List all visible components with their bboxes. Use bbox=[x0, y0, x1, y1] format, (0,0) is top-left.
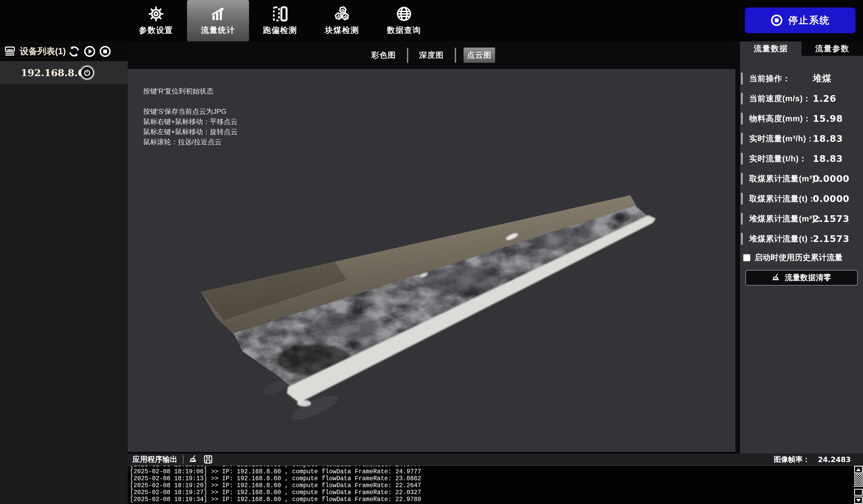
panel-divider bbox=[735, 41, 740, 454]
log-line: [2025-02-08 18:19:13] >> IP: 192.168.8.6… bbox=[130, 475, 863, 482]
instruction-line: 按键'S'保存当前点云为JPG bbox=[143, 106, 238, 116]
history-flow-checkbox-row[interactable]: 启动时使用历史累计流量 bbox=[743, 252, 863, 263]
flow-row-reclaim-total-m3: 取煤累计流量(m³)： 0.0000 bbox=[740, 172, 863, 185]
view-mode-tabs: 彩色图 深度图 点云图 bbox=[128, 41, 735, 69]
scrollbar-thumb[interactable] bbox=[854, 474, 863, 487]
row-accent-bar bbox=[741, 133, 743, 144]
toolbar-item-param-settings[interactable]: 参数设置 bbox=[125, 0, 187, 41]
log-header-divider bbox=[183, 455, 184, 464]
save-log-floppy-icon[interactable] bbox=[203, 455, 213, 464]
device-row[interactable]: 192.168.8.60 bbox=[0, 61, 128, 84]
stop-system-button[interactable]: 停止系统 bbox=[745, 8, 855, 33]
device-list-header: 设备列表(1) bbox=[0, 41, 128, 61]
row-accent-bar bbox=[741, 73, 743, 85]
image-frame-rate-label: 图像帧率： bbox=[774, 455, 810, 464]
toolbar-item-label: 参数设置 bbox=[139, 25, 173, 36]
image-frame-rate-value: 24.2483 bbox=[818, 455, 851, 464]
log-line-partial: [2025-02-08 18:19:06] >> IP: 192.168.8.6… bbox=[130, 466, 863, 468]
tab-point-cloud[interactable]: 点云图 bbox=[464, 48, 495, 63]
flow-row-stack-total-t: 堆煤累计流量(t)： 2.1573 bbox=[740, 232, 863, 245]
toolbar-item-data-query[interactable]: 数据查询 bbox=[373, 0, 435, 41]
point-cloud-viewport[interactable]: 按键'R'复位到初始状态 按键'S'保存当前点云为JPG 鼠标右键+鼠标移动：平… bbox=[128, 69, 735, 452]
brush-icon bbox=[772, 273, 781, 282]
stop-circle-outline-icon[interactable] bbox=[99, 46, 111, 58]
toolbar-item-label: 数据查询 bbox=[387, 25, 421, 36]
stop-system-label: 停止系统 bbox=[788, 14, 830, 27]
history-flow-checkbox[interactable] bbox=[743, 254, 750, 261]
log-line: [2025-02-08 18:19:06] >> IP: 192.168.8.6… bbox=[130, 468, 863, 475]
instruction-line: 鼠标滚轮：拉远/拉近点云 bbox=[143, 137, 238, 147]
toolbar-item-label: 块煤检测 bbox=[325, 25, 359, 36]
clear-flow-data-label: 流量数据清零 bbox=[785, 273, 831, 283]
coal-lumps-icon bbox=[334, 5, 350, 22]
device-sidebar: 设备列表(1) 192.168.8.60 bbox=[0, 41, 128, 504]
row-accent-bar bbox=[741, 93, 743, 104]
row-accent-bar bbox=[741, 233, 743, 245]
viewport-instructions: 按键'R'复位到初始状态 按键'S'保存当前点云为JPG 鼠标右键+鼠标移动：平… bbox=[143, 86, 238, 147]
log-line: [2025-02-08 18:19:34] >> IP: 192.168.8.6… bbox=[130, 496, 863, 503]
row-accent-bar bbox=[741, 213, 743, 225]
log-line: [2025-02-08 18:19:20] >> IP: 192.168.8.6… bbox=[130, 482, 863, 489]
clear-log-brush-icon[interactable] bbox=[189, 455, 199, 464]
device-power-button[interactable] bbox=[80, 66, 94, 79]
scrollbar-track-box[interactable] bbox=[854, 489, 863, 496]
top-toolbar: 参数设置 流量统计 bbox=[0, 0, 863, 41]
toolbar-item-coal-lump-detection[interactable]: 块煤检测 bbox=[311, 0, 373, 41]
history-flow-checkbox-label: 启动时使用历史累计流量 bbox=[754, 252, 843, 263]
row-accent-bar bbox=[741, 173, 743, 185]
up-arrow-icon bbox=[856, 468, 861, 471]
row-accent-bar bbox=[741, 153, 743, 165]
instruction-line: 鼠标右键+鼠标移动：平移点云 bbox=[143, 116, 238, 127]
toolbar-item-label: 跑偏检测 bbox=[263, 25, 297, 36]
power-icon bbox=[83, 69, 91, 76]
refresh-icon[interactable] bbox=[68, 46, 80, 58]
tab-divider bbox=[407, 48, 408, 63]
log-output[interactable]: [2025-02-08 18:19:06] >> IP: 192.168.8.6… bbox=[128, 466, 863, 503]
down-arrow-icon bbox=[856, 499, 861, 502]
flow-panel-tabs: 流量数据 流量参数 bbox=[740, 41, 863, 56]
flow-row-stack-total-m3: 堆煤累计流量(m³)： 2.1573 bbox=[740, 212, 863, 225]
play-circle-icon[interactable] bbox=[84, 46, 96, 58]
toolbar-item-deviation-detection[interactable]: 跑偏检测 bbox=[249, 0, 311, 41]
log-header: 应用程序输出 图像帧率： 24.2483 bbox=[128, 454, 863, 466]
app-window: 参数设置 流量统计 bbox=[0, 0, 863, 504]
device-list-title: 设备列表(1) bbox=[20, 46, 66, 58]
application-output-panel: 应用程序输出 图像帧率： 24.2483 [2025- bbox=[128, 454, 863, 504]
tab-color-image[interactable]: 彩色图 bbox=[368, 48, 399, 63]
tab-divider bbox=[455, 48, 456, 63]
globe-icon bbox=[396, 5, 412, 22]
flow-row-current-speed: 当前速度(m/s)： 1.26 bbox=[740, 92, 863, 105]
scroll-down-button[interactable] bbox=[854, 496, 863, 504]
tab-flow-data[interactable]: 流量数据 bbox=[740, 41, 802, 56]
clear-flow-data-button[interactable]: 流量数据清零 bbox=[746, 270, 858, 286]
tab-depth-image[interactable]: 深度图 bbox=[416, 48, 447, 63]
tab-flow-params[interactable]: 流量参数 bbox=[802, 41, 863, 56]
device-list-icon bbox=[4, 46, 15, 57]
stop-circle-icon bbox=[771, 14, 783, 26]
instruction-line: 鼠标左键+鼠标移动：旋转点云 bbox=[143, 127, 238, 137]
log-line: [2025-02-08 18:19:27] >> IP: 192.168.8.6… bbox=[130, 489, 863, 496]
log-scrollbar[interactable] bbox=[854, 466, 863, 504]
toolbar-items: 参数设置 流量统计 bbox=[125, 0, 435, 41]
flow-row-realtime-flow-m3: 实时流量(m³/h)： 18.83 bbox=[740, 132, 863, 145]
gear-icon bbox=[148, 5, 164, 22]
flow-rows: 当前操作： 堆煤 当前速度(m/s)： 1.26 物料高度(mm)： 15.98… bbox=[740, 56, 863, 245]
scroll-up-button[interactable] bbox=[854, 466, 863, 473]
belt-deviation-icon bbox=[272, 5, 288, 22]
row-accent-bar bbox=[741, 113, 743, 125]
flow-row-current-operation: 当前操作： 堆煤 bbox=[740, 72, 863, 85]
toolbar-item-flow-statistics[interactable]: 流量统计 bbox=[187, 0, 249, 41]
log-title: 应用程序输出 bbox=[133, 454, 177, 465]
flow-row-realtime-flow-t: 实时流量(t/h)： 18.83 bbox=[740, 152, 863, 165]
flow-row-material-height: 物料高度(mm)： 15.98 bbox=[740, 112, 863, 125]
instruction-line: 按键'R'复位到初始状态 bbox=[143, 86, 238, 96]
flow-data-panel: 流量数据 流量参数 当前操作： 堆煤 当前速度(m/s)： 1.26 物料高度(… bbox=[740, 41, 863, 454]
flow-chart-icon bbox=[210, 5, 226, 22]
toolbar-item-label: 流量统计 bbox=[201, 25, 235, 36]
flow-row-reclaim-total-t: 取煤累计流量(t)： 0.0000 bbox=[740, 192, 863, 205]
row-accent-bar bbox=[741, 193, 743, 205]
